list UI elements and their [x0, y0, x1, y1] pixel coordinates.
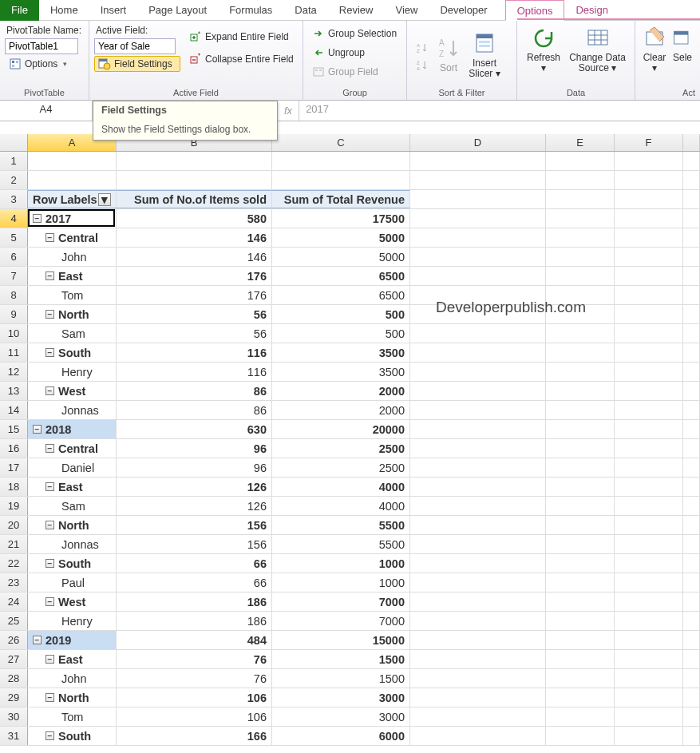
cell[interactable]: 1500	[272, 650, 410, 668]
cell[interactable]: 116	[117, 363, 272, 381]
cell[interactable]	[683, 688, 700, 707]
cell[interactable]	[410, 535, 546, 553]
cell[interactable]: 86	[117, 401, 272, 419]
cell[interactable]	[546, 324, 615, 343]
cell[interactable]	[410, 612, 546, 630]
cell[interactable]: Row Labels▾	[28, 190, 117, 208]
cell[interactable]: 4000	[272, 478, 410, 496]
cell[interactable]: 156	[117, 516, 272, 534]
cell[interactable]	[683, 171, 700, 189]
cell[interactable]: 630	[117, 420, 272, 438]
pivottable-options-button[interactable]: Options	[5, 56, 84, 72]
tab-formulas[interactable]: Formulas	[218, 0, 283, 21]
cell[interactable]	[615, 669, 683, 688]
select-all-corner[interactable]	[0, 134, 28, 151]
cell[interactable]: 176	[117, 267, 272, 285]
cell[interactable]: Paul	[28, 573, 117, 592]
cell[interactable]: 5500	[272, 516, 410, 534]
cell[interactable]: 3000	[272, 688, 410, 707]
cell[interactable]: 186	[117, 592, 272, 611]
cell[interactable]: John	[28, 248, 117, 266]
cell[interactable]: Sum of No.of Items sold	[117, 190, 272, 208]
cell[interactable]	[683, 363, 700, 381]
col-header-G[interactable]	[683, 134, 700, 151]
cell[interactable]	[683, 535, 700, 553]
cell[interactable]	[615, 267, 683, 285]
cell[interactable]	[683, 286, 700, 304]
cell[interactable]	[410, 152, 546, 170]
col-header-E[interactable]: E	[546, 134, 615, 151]
cell[interactable]	[546, 554, 615, 573]
cell[interactable]	[615, 248, 683, 266]
cell[interactable]: −South	[28, 343, 117, 362]
row-header[interactable]: 7	[0, 267, 28, 285]
cell[interactable]	[683, 248, 700, 266]
cell[interactable]	[546, 228, 615, 247]
cell[interactable]: 176	[117, 286, 272, 304]
collapse-toggle-icon[interactable]: −	[45, 482, 54, 491]
cell[interactable]: 106	[117, 688, 272, 707]
cell[interactable]	[410, 650, 546, 668]
row-header[interactable]: 4	[0, 209, 28, 228]
cell[interactable]	[546, 497, 615, 515]
cell[interactable]: −East	[28, 650, 117, 668]
cell[interactable]: 6500	[272, 267, 410, 285]
row-header[interactable]: 28	[0, 669, 28, 688]
collapse-toggle-icon[interactable]: −	[45, 271, 54, 280]
row-header[interactable]: 2	[0, 171, 28, 189]
collapse-toggle-icon[interactable]: −	[33, 425, 42, 434]
collapse-toggle-icon[interactable]: −	[45, 233, 54, 242]
cell[interactable]	[546, 707, 615, 726]
cell[interactable]	[615, 592, 683, 611]
collapse-toggle-icon[interactable]: −	[33, 214, 42, 223]
cell[interactable]	[410, 707, 546, 726]
cell[interactable]	[615, 190, 683, 208]
cell[interactable]: 3500	[272, 343, 410, 362]
cell[interactable]	[117, 171, 272, 189]
collapse-toggle-icon[interactable]: −	[45, 597, 54, 606]
cell[interactable]	[683, 401, 700, 419]
cell[interactable]	[546, 631, 615, 649]
col-header-C[interactable]: C	[272, 134, 410, 151]
row-header[interactable]: 31	[0, 727, 28, 745]
cell[interactable]	[546, 650, 615, 668]
cell[interactable]	[410, 554, 546, 573]
cell[interactable]: 4000	[272, 497, 410, 515]
cell[interactable]	[546, 152, 615, 170]
row-header[interactable]: 9	[0, 305, 28, 323]
cell[interactable]	[683, 707, 700, 726]
cell[interactable]	[683, 382, 700, 400]
filter-dropdown-icon[interactable]: ▾	[98, 193, 111, 206]
cell[interactable]: 2500	[272, 439, 410, 458]
cell[interactable]	[683, 478, 700, 496]
cell[interactable]	[410, 458, 546, 477]
cell[interactable]	[410, 669, 546, 688]
cell[interactable]	[615, 286, 683, 304]
cell[interactable]	[410, 363, 546, 381]
cell[interactable]: −West	[28, 592, 117, 611]
cell[interactable]	[546, 592, 615, 611]
cell[interactable]	[615, 401, 683, 419]
cell[interactable]: 146	[117, 228, 272, 247]
cell[interactable]: Daniel	[28, 458, 117, 477]
cell[interactable]	[410, 171, 546, 189]
row-header[interactable]: 21	[0, 535, 28, 553]
cell[interactable]	[615, 382, 683, 400]
cell[interactable]	[410, 727, 546, 745]
cell[interactable]	[546, 535, 615, 553]
cell[interactable]	[546, 420, 615, 438]
cell[interactable]	[546, 612, 615, 630]
cell[interactable]	[546, 209, 615, 228]
cell[interactable]	[546, 382, 615, 400]
row-header[interactable]: 1	[0, 152, 28, 170]
cell[interactable]	[410, 190, 546, 208]
activefield-input[interactable]	[94, 38, 176, 54]
cell[interactable]: 5500	[272, 535, 410, 553]
pivottable-name-input[interactable]	[5, 38, 78, 54]
cell[interactable]: −South	[28, 554, 117, 573]
cell[interactable]	[615, 324, 683, 343]
cell[interactable]	[410, 439, 546, 458]
cell[interactable]	[410, 248, 546, 266]
collapse-toggle-icon[interactable]: −	[45, 693, 54, 702]
cell[interactable]: 126	[117, 497, 272, 515]
